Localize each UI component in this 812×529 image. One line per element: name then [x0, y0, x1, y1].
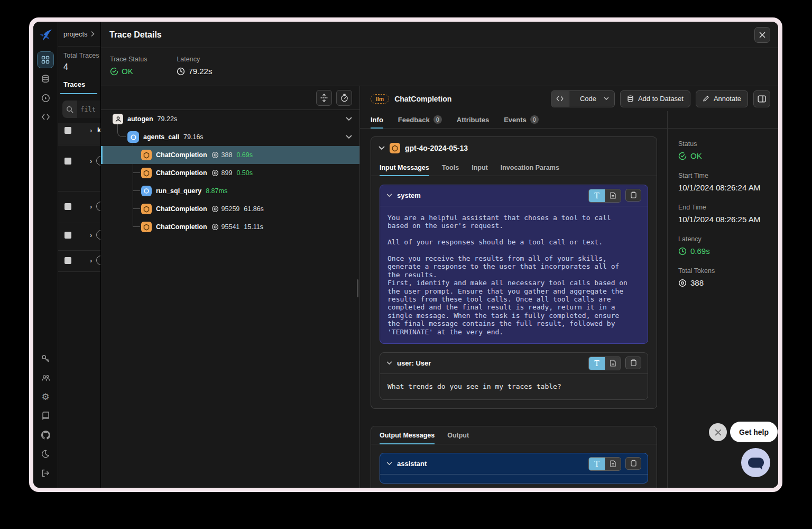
- total-tokens-group: Total Tokens 388: [678, 256, 778, 287]
- traces-tab[interactable]: Traces: [63, 80, 100, 88]
- span-info-scroll-area[interactable]: gpt-4o-2024-05-13 Input Messages Tools I…: [360, 129, 667, 488]
- text-view-button[interactable]: T: [589, 357, 605, 370]
- collapse-chevron-icon[interactable]: [346, 135, 352, 139]
- table-row[interactable]: ›: [58, 145, 100, 191]
- scrollbar-thumb[interactable]: [357, 279, 358, 297]
- span-latency: 79.16s: [183, 133, 204, 141]
- text-view-button[interactable]: T: [589, 189, 605, 202]
- feedback-count-badge: 0: [433, 115, 442, 124]
- api-keys-key-icon[interactable]: [38, 351, 53, 367]
- clipboard-icon: [631, 359, 636, 366]
- tab-feedback[interactable]: Feedback0: [398, 111, 442, 128]
- users-people-icon[interactable]: [38, 370, 53, 386]
- dismiss-help-button[interactable]: [709, 423, 727, 441]
- tab-events[interactable]: Events0: [504, 111, 539, 128]
- tab-invocation-params[interactable]: Invocation Params: [501, 159, 559, 176]
- projects-grid-icon[interactable]: [38, 52, 53, 68]
- token-count: 899: [211, 169, 233, 177]
- code-dropdown-button[interactable]: Code: [551, 90, 615, 107]
- start-time-label: Start Time: [678, 172, 778, 179]
- copy-button[interactable]: [625, 457, 641, 470]
- filter-search-input[interactable]: filt: [62, 101, 100, 118]
- theme-moon-icon[interactable]: [38, 446, 53, 462]
- tree-row-chatcompletion[interactable]: ChatCompletion 899 0.50s: [101, 164, 359, 182]
- expand-collapse-all-button[interactable]: [316, 90, 332, 106]
- expand-chevron-icon[interactable]: ›: [90, 257, 92, 264]
- chevron-down-icon[interactable]: [386, 462, 392, 466]
- message-role: user: User: [397, 359, 431, 367]
- llm-span-icon: [390, 143, 400, 153]
- expand-chevron-icon[interactable]: ›: [90, 126, 92, 134]
- total-traces-label: Total Traces: [63, 52, 100, 59]
- span-kind-icon: [96, 202, 100, 211]
- row-checkbox[interactable]: [64, 257, 71, 264]
- expand-chevron-icon[interactable]: ›: [90, 231, 92, 239]
- breadcrumb-projects[interactable]: projects: [63, 30, 88, 38]
- pencil-icon: [703, 95, 709, 102]
- page-title: Trace Details: [109, 30, 162, 40]
- playground-play-icon[interactable]: [38, 90, 53, 106]
- tree-row-agents-call[interactable]: agents_call 79.16s: [101, 128, 359, 146]
- chevron-down-icon[interactable]: [386, 194, 392, 197]
- trace-details-panel: Trace Details Trace Status OK Latency 79…: [100, 22, 778, 488]
- text-view-button[interactable]: T: [589, 458, 605, 470]
- row-checkbox[interactable]: [64, 203, 71, 210]
- llm-span-icon: [141, 204, 152, 214]
- row-checkbox[interactable]: [64, 232, 71, 239]
- get-help-button[interactable]: Get help: [730, 422, 778, 442]
- toggle-side-panel-button[interactable]: [753, 90, 770, 107]
- chevron-down-icon[interactable]: [386, 361, 392, 365]
- tab-output-messages[interactable]: Output Messages: [380, 426, 435, 444]
- markdown-view-button[interactable]: [605, 189, 621, 202]
- breadcrumb[interactable]: projects: [58, 22, 100, 47]
- datasets-database-icon[interactable]: [38, 71, 53, 87]
- tab-input[interactable]: Input: [472, 159, 488, 176]
- logout-icon[interactable]: [38, 465, 53, 481]
- table-row[interactable]: ›: [58, 251, 100, 272]
- tab-tools[interactable]: Tools: [442, 159, 459, 176]
- tree-row-autogen[interactable]: autogen 79.22s: [101, 110, 359, 128]
- tab-input-messages[interactable]: Input Messages: [380, 159, 429, 176]
- close-button[interactable]: [754, 27, 770, 43]
- phoenix-logo-icon[interactable]: [38, 28, 53, 43]
- tab-output[interactable]: Output: [447, 426, 469, 444]
- row-checkbox[interactable]: [64, 158, 71, 165]
- apis-code-icon[interactable]: [38, 109, 53, 125]
- model-name: gpt-4o-2024-05-13: [405, 144, 468, 152]
- tab-info[interactable]: Info: [371, 111, 383, 128]
- message-role: assistant: [397, 460, 427, 468]
- copy-button[interactable]: [625, 357, 641, 369]
- expand-chevron-icon[interactable]: ›: [90, 203, 92, 211]
- tab-attributes[interactable]: Attributes: [457, 111, 489, 128]
- copy-button[interactable]: [625, 189, 641, 202]
- table-row[interactable]: ›: [58, 223, 100, 251]
- span-name: ChatCompletion: [156, 223, 207, 231]
- table-row[interactable]: ›: [58, 191, 100, 223]
- span-name: ChatCompletion: [156, 151, 207, 159]
- add-to-dataset-button[interactable]: Add to Dataset: [620, 90, 690, 107]
- latency-group: Latency 0.69s: [678, 224, 778, 256]
- assistant-message: assistant T: [380, 453, 648, 484]
- end-time-label: End Time: [678, 204, 778, 211]
- collapse-chevron-icon[interactable]: [346, 117, 352, 121]
- tree-row-chatcompletion[interactable]: ChatCompletion 95541 15.11s: [101, 218, 359, 236]
- dataset-icon: [627, 95, 634, 103]
- expand-chevron-icon[interactable]: ›: [90, 157, 92, 165]
- tree-row-chatcompletion-selected[interactable]: ChatCompletion 388 0.69s: [101, 146, 359, 164]
- chat-widget-button[interactable]: [741, 448, 770, 477]
- annotate-button[interactable]: Annotate: [696, 90, 748, 107]
- tree-row-chatcompletion[interactable]: ChatCompletion 95259 61.86s: [101, 200, 359, 218]
- markdown-view-button[interactable]: [605, 357, 621, 370]
- total-tokens-label: Total Tokens: [678, 267, 778, 275]
- github-icon[interactable]: [38, 427, 53, 443]
- tree-row-run-sql-query[interactable]: run_sql_query 8.87ms: [101, 182, 359, 200]
- docs-book-icon[interactable]: [38, 408, 53, 424]
- chevron-down-icon[interactable]: [379, 146, 385, 150]
- latency-stopwatch-button[interactable]: [336, 90, 352, 106]
- check-circle-icon: [110, 67, 118, 76]
- span-latency: 8.87ms: [206, 187, 227, 195]
- settings-gear-icon[interactable]: ⚙: [38, 389, 53, 405]
- select-all-checkbox[interactable]: [64, 127, 71, 134]
- markdown-view-button[interactable]: [605, 458, 621, 470]
- stopwatch-icon: [340, 94, 348, 102]
